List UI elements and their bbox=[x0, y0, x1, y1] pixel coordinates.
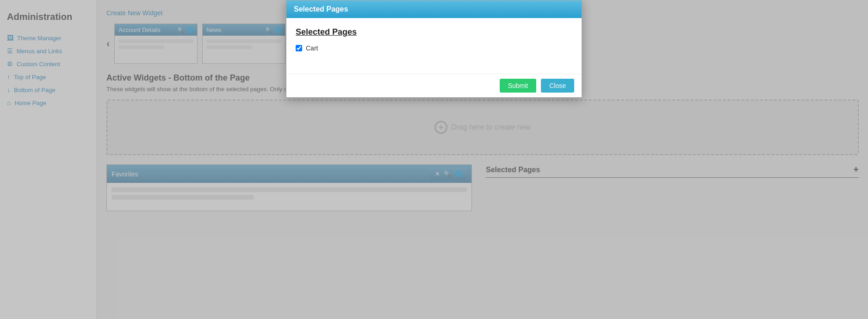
cart-checkbox[interactable] bbox=[296, 45, 302, 51]
modal-title: Selected Pages bbox=[296, 27, 572, 37]
close-button[interactable]: Close bbox=[541, 79, 574, 93]
cart-label: Cart bbox=[306, 44, 318, 52]
modal-header-title: Selected Pages bbox=[294, 5, 348, 13]
modal-checkbox-row-cart: Cart bbox=[296, 44, 572, 52]
selected-pages-modal: Selected Pages Selected Pages Cart Submi… bbox=[286, 0, 582, 98]
modal-header: Selected Pages bbox=[286, 0, 582, 18]
modal-footer: Submit Close bbox=[286, 74, 582, 97]
submit-button[interactable]: Submit bbox=[500, 79, 537, 93]
modal-body: Selected Pages Cart bbox=[286, 18, 582, 74]
